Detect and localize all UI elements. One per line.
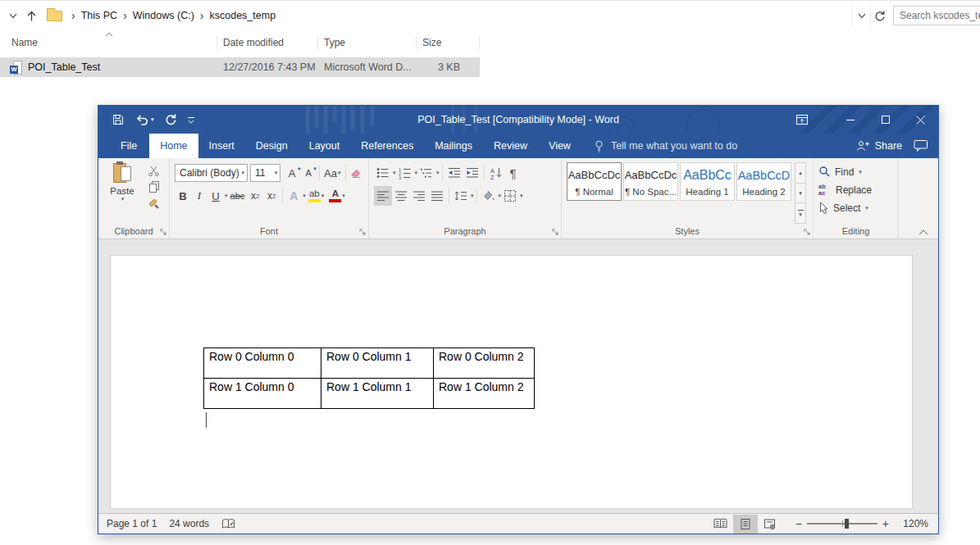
redo-icon[interactable]	[164, 111, 177, 128]
share-button[interactable]: Share	[856, 134, 902, 158]
ribbon-display-options-icon[interactable]	[784, 106, 819, 134]
paste-button[interactable]: Paste ▾	[103, 162, 141, 223]
zoom-in-button[interactable]: +	[877, 517, 894, 530]
close-button[interactable]	[903, 106, 938, 134]
shrink-font-button[interactable]: A▾	[300, 163, 317, 183]
table-cell[interactable]: Row 0 Column 0	[204, 348, 321, 379]
style-normal[interactable]: AaBbCcDc ¶ Normal	[567, 162, 622, 201]
breadcrumb-windows-c[interactable]: Windows (C:)	[133, 10, 194, 21]
recent-locations-chevron-icon[interactable]	[4, 7, 22, 25]
italic-button[interactable]: I	[191, 186, 207, 206]
maximize-button[interactable]	[868, 106, 903, 134]
justify-icon[interactable]	[428, 186, 446, 206]
paragraph-dialog-launcher-icon[interactable]	[552, 229, 558, 235]
undo-icon[interactable]: ▾	[134, 111, 154, 128]
save-icon[interactable]	[112, 111, 125, 128]
tab-layout[interactable]: Layout	[299, 134, 351, 158]
tab-mailings[interactable]: Mailings	[424, 134, 483, 158]
text-highlight-button[interactable]: ab ▾	[306, 186, 327, 206]
tab-review[interactable]: Review	[483, 134, 538, 158]
table-cell[interactable]: Row 1 Column 1	[321, 379, 434, 409]
text-effects-button[interactable]: A	[285, 186, 302, 206]
search-input[interactable]: Search kscodes_te	[893, 6, 980, 25]
styles-scroll-up-icon[interactable]: ▴	[795, 162, 806, 184]
up-arrow-icon[interactable]	[22, 7, 40, 25]
column-header-name[interactable]: Name	[0, 35, 217, 50]
font-dialog-launcher-icon[interactable]	[359, 229, 366, 235]
clipboard-dialog-launcher-icon[interactable]	[160, 229, 166, 235]
styles-gallery-more-icon[interactable]: ▾	[795, 202, 806, 224]
strikethrough-button[interactable]: abc	[228, 186, 248, 206]
tab-view[interactable]: View	[538, 134, 581, 158]
style-heading-1[interactable]: AaBbCc Heading 1	[680, 162, 735, 201]
minimize-button[interactable]	[832, 106, 868, 134]
decrease-indent-icon[interactable]	[445, 163, 463, 183]
refresh-icon[interactable]	[870, 6, 888, 25]
zoom-level[interactable]: 120%	[894, 518, 928, 529]
clear-formatting-icon[interactable]	[348, 163, 365, 183]
tab-home[interactable]: Home	[149, 134, 198, 158]
shading-bucket-icon[interactable]	[480, 186, 498, 206]
customize-quick-access-icon[interactable]	[187, 111, 195, 128]
zoom-slider-handle[interactable]	[845, 519, 849, 529]
copy-icon[interactable]	[145, 179, 162, 194]
zoom-slider[interactable]	[807, 523, 877, 525]
grow-font-button[interactable]: A▴	[284, 163, 300, 183]
font-color-button[interactable]: A ▾	[326, 186, 348, 206]
table-cell[interactable]: Row 0 Column 2	[434, 348, 535, 379]
comment-icon[interactable]	[914, 134, 928, 158]
bold-button[interactable]: B	[175, 186, 191, 206]
column-header-type[interactable]: Type	[318, 35, 417, 50]
styles-scroll-down-icon[interactable]: ▾	[795, 183, 806, 204]
tab-insert[interactable]: Insert	[198, 134, 245, 158]
numbering-icon[interactable]: 123	[396, 163, 414, 183]
line-spacing-icon[interactable]	[452, 186, 470, 206]
change-case-button[interactable]: Aa▾	[322, 163, 343, 183]
breadcrumb-kscodes-temp[interactable]: kscodes_temp	[209, 10, 276, 21]
font-size-select[interactable]: 11 ▾	[250, 164, 280, 182]
styles-dialog-launcher-icon[interactable]	[804, 229, 810, 235]
tell-me-box[interactable]: Tell me what you want to do	[593, 134, 737, 158]
print-layout-icon[interactable]	[733, 515, 758, 534]
address-dropdown-chevron-icon[interactable]	[852, 6, 870, 25]
find-button[interactable]: Find ▾	[818, 163, 895, 180]
word-count[interactable]: 24 words	[169, 518, 209, 529]
tab-design[interactable]: Design	[245, 134, 299, 158]
read-mode-icon[interactable]	[709, 515, 733, 534]
zoom-out-button[interactable]: −	[791, 517, 807, 530]
multilevel-list-icon[interactable]	[417, 163, 435, 183]
table-row[interactable]: W POI_Table_Test 12/27/2016 7:43 PM Micr…	[0, 57, 480, 77]
document-table[interactable]: Row 0 Column 0 Row 0 Column 1 Row 0 Colu…	[203, 347, 535, 409]
column-header-date-modified[interactable]: Date modified	[217, 35, 318, 50]
align-left-icon[interactable]	[374, 186, 392, 206]
document-page[interactable]: Row 0 Column 0 Row 0 Column 1 Row 0 Colu…	[110, 255, 913, 509]
table-cell[interactable]: Row 0 Column 1	[321, 348, 434, 379]
underline-button[interactable]: U	[207, 186, 224, 206]
undo-dropdown-icon[interactable]: ▾	[151, 116, 154, 123]
table-cell[interactable]: Row 1 Column 2	[434, 379, 535, 409]
replace-button[interactable]: ab ac Replace	[818, 181, 895, 198]
subscript-button[interactable]: x2	[247, 186, 263, 206]
breadcrumb-this-pc[interactable]: This PC	[81, 10, 117, 21]
bullets-icon[interactable]	[374, 163, 392, 183]
collapse-ribbon-icon[interactable]	[918, 229, 928, 235]
align-center-icon[interactable]	[392, 186, 410, 206]
cut-icon[interactable]	[145, 163, 162, 178]
web-layout-icon[interactable]	[758, 515, 782, 534]
style-heading-2[interactable]: AaBbCcD Heading 2	[736, 162, 791, 201]
superscript-button[interactable]: x2	[263, 186, 280, 206]
align-right-icon[interactable]	[410, 186, 428, 206]
tab-references[interactable]: References	[350, 134, 424, 158]
format-painter-icon[interactable]	[145, 196, 162, 211]
show-hide-pilcrow-button[interactable]: ¶	[505, 163, 522, 183]
table-cell[interactable]: Row 1 Column 0	[204, 379, 321, 409]
sort-icon[interactable]: AZ	[487, 163, 505, 183]
font-family-select[interactable]: Calibri (Body) ▾	[175, 164, 248, 182]
column-header-size[interactable]: Size	[417, 35, 480, 50]
style-no-spacing[interactable]: AaBbCcDc ¶ No Spac...	[623, 162, 678, 201]
proofing-icon[interactable]	[221, 518, 235, 530]
select-button[interactable]: Select ▾	[818, 199, 895, 216]
page-indicator[interactable]: Page 1 of 1	[107, 518, 157, 529]
borders-icon[interactable]	[501, 186, 519, 206]
increase-indent-icon[interactable]	[463, 163, 481, 183]
